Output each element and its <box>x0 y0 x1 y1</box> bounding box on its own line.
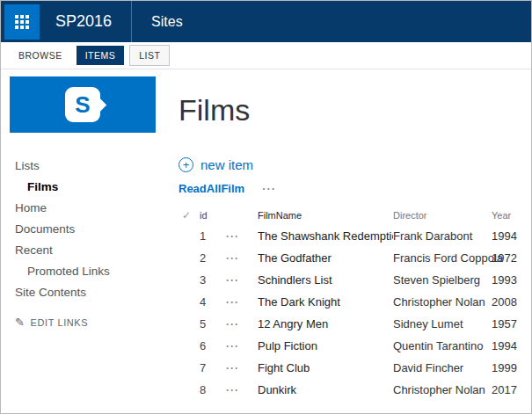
row-director: Frank Darabont <box>393 229 492 243</box>
pencil-icon: ✎ <box>15 316 26 329</box>
quick-launch-nav: Lists Films Home Documents Recent Promot… <box>1 156 166 303</box>
films-table-header: ✓ id FilmName Director Year <box>179 206 526 225</box>
row-film-name[interactable]: 12 Angry Men <box>258 317 393 330</box>
waffle-icon <box>15 15 29 29</box>
sharepoint-page: SP2016 Sites BROWSE ITEMS LIST S Lists F… <box>0 0 532 414</box>
edit-links-label: EDIT LINKS <box>31 317 89 328</box>
row-id: 5 <box>200 317 226 330</box>
item-menu-ellipsis-icon[interactable]: ··· <box>226 274 258 287</box>
item-menu-ellipsis-icon[interactable]: ··· <box>226 384 258 396</box>
table-row[interactable]: 5 ··· 12 Angry Men Sidney Lumet 1957 <box>179 313 526 335</box>
row-year: 1993 <box>492 273 526 287</box>
column-header-year[interactable]: Year <box>492 210 526 221</box>
row-id: 7 <box>200 361 226 374</box>
row-film-name[interactable]: Dunkirk <box>258 383 393 396</box>
suite-link-sites[interactable]: Sites <box>151 14 183 30</box>
row-director: Sidney Lumet <box>393 317 492 330</box>
tab-browse[interactable]: BROWSE <box>10 46 71 65</box>
item-menu-ellipsis-icon[interactable]: ··· <box>226 296 258 309</box>
row-year: 1972 <box>492 251 526 265</box>
row-year: 2017 <box>492 383 526 396</box>
row-film-name[interactable]: The Dark Knight <box>258 295 393 309</box>
tab-items[interactable]: ITEMS <box>77 46 125 65</box>
edit-links-button[interactable]: ✎ EDIT LINKS <box>1 316 166 329</box>
row-film-name[interactable]: Pulp Fiction <box>258 339 393 352</box>
row-director: Francis Ford Coppola <box>393 251 492 265</box>
site-logo[interactable]: S <box>10 76 156 133</box>
row-film-name[interactable]: Fight Club <box>258 361 393 374</box>
sidebar-item-documents[interactable]: Documents <box>1 219 166 240</box>
row-year: 2008 <box>492 295 526 309</box>
view-more-ellipsis-icon[interactable]: ··· <box>262 182 276 195</box>
column-header-director[interactable]: Director <box>393 210 492 221</box>
item-menu-ellipsis-icon[interactable]: ··· <box>226 340 258 352</box>
sidebar-item-promoted-links[interactable]: Promoted Links <box>1 261 166 282</box>
plus-circle-icon: + <box>179 157 193 172</box>
row-id: 4 <box>200 295 226 309</box>
column-header-id[interactable]: id <box>200 210 226 221</box>
sidebar-item-films[interactable]: Films <box>1 177 166 198</box>
row-director: Quentin Tarantino <box>393 339 492 352</box>
view-selector-row: ReadAllFilm ··· <box>179 179 526 197</box>
suite-bar-divider <box>131 1 132 42</box>
row-director: Christopher Nolan <box>393 383 492 396</box>
films-table-body: 1 ··· The Shawshank Redemption Frank Dar… <box>179 225 526 401</box>
suite-bar: SP2016 Sites <box>1 1 531 42</box>
table-row[interactable]: 8 ··· Dunkirk Christopher Nolan 2017 <box>179 379 526 401</box>
row-id: 1 <box>200 229 226 243</box>
new-item-label: new item <box>200 157 253 172</box>
logo-letter: S <box>75 93 90 116</box>
table-row[interactable]: 2 ··· The Godfather Francis Ford Coppola… <box>179 247 526 269</box>
list-view-main: Films + new item ReadAllFilm ··· ✓ id Fi… <box>166 69 531 413</box>
table-row[interactable]: 3 ··· Schindlers List Steven Spielberg 1… <box>179 269 526 291</box>
sidebar-item-lists[interactable]: Lists <box>1 156 166 177</box>
view-link-readallfilm[interactable]: ReadAllFilm <box>179 182 244 195</box>
table-row[interactable]: 1 ··· The Shawshank Redemption Frank Dar… <box>179 225 526 247</box>
row-year: 1999 <box>492 361 526 374</box>
content-area: S Lists Films Home Documents Recent Prom… <box>1 69 531 413</box>
row-film-name[interactable]: The Shawshank Redemption <box>258 229 393 243</box>
app-launcher-button[interactable] <box>4 4 40 40</box>
table-row[interactable]: 7 ··· Fight Club David Fincher 1999 <box>179 357 526 379</box>
sidebar: S Lists Films Home Documents Recent Prom… <box>1 69 166 413</box>
row-id: 2 <box>200 251 226 265</box>
table-row[interactable]: 6 ··· Pulp Fiction Quentin Tarantino 199… <box>179 335 526 357</box>
item-menu-ellipsis-icon[interactable]: ··· <box>226 318 258 330</box>
row-year: 1994 <box>492 229 526 243</box>
item-menu-ellipsis-icon[interactable]: ··· <box>226 252 258 265</box>
suite-app-title[interactable]: SP2016 <box>55 12 112 31</box>
row-director: David Fincher <box>393 361 492 374</box>
row-director: Steven Spielberg <box>393 273 492 287</box>
row-id: 3 <box>200 273 226 287</box>
table-row[interactable]: 4 ··· The Dark Knight Christopher Nolan … <box>179 291 526 313</box>
item-menu-ellipsis-icon[interactable]: ··· <box>226 362 258 374</box>
row-id: 6 <box>200 339 226 352</box>
row-year: 1994 <box>492 339 526 352</box>
select-all-checkmark-icon[interactable]: ✓ <box>179 209 200 222</box>
row-film-name[interactable]: Schindlers List <box>258 273 393 287</box>
row-director: Christopher Nolan <box>393 295 492 309</box>
row-id: 8 <box>200 383 226 396</box>
row-film-name[interactable]: The Godfather <box>258 251 393 265</box>
item-menu-ellipsis-icon[interactable]: ··· <box>226 230 258 243</box>
ribbon-tab-bar: BROWSE ITEMS LIST <box>1 42 531 69</box>
column-header-filmname[interactable]: FilmName <box>258 210 393 221</box>
sidebar-item-home[interactable]: Home <box>1 198 166 219</box>
row-year: 1957 <box>492 317 526 330</box>
films-table: ✓ id FilmName Director Year 1 ··· The Sh… <box>179 206 526 401</box>
tab-list[interactable]: LIST <box>129 45 170 66</box>
new-item-link[interactable]: + new item <box>179 157 253 172</box>
page-title: Films <box>179 92 526 127</box>
sidebar-item-site-contents[interactable]: Site Contents <box>1 282 166 303</box>
sharepoint-logo-icon: S <box>65 87 100 122</box>
sidebar-item-recent[interactable]: Recent <box>1 240 166 261</box>
